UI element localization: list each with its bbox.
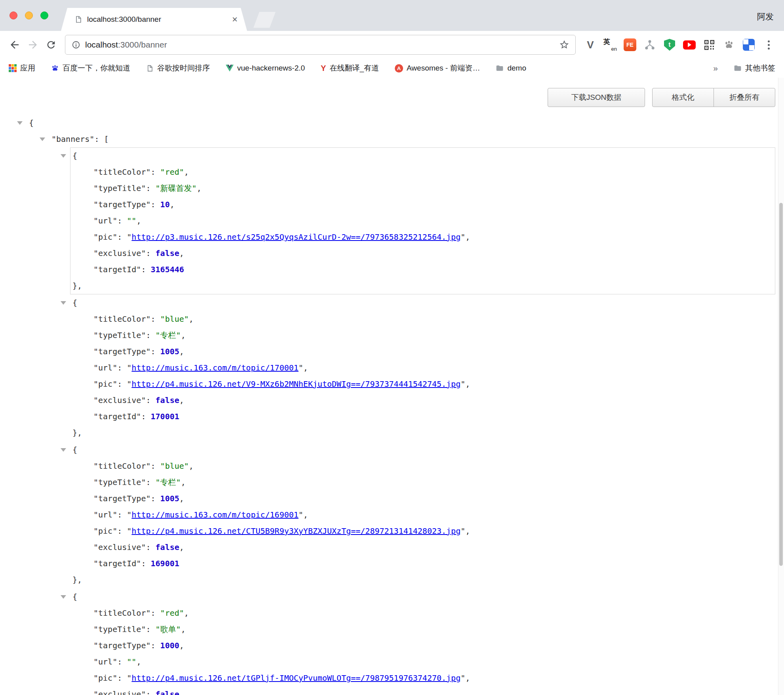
json-punctuation: ,: [170, 200, 175, 209]
json-line: "pic": "http://p3.music.126.net/s25q2x5Q…: [70, 229, 775, 245]
qrcode-icon: [704, 40, 715, 50]
browser-menu-button[interactable]: [759, 36, 778, 54]
json-link[interactable]: http://p4.music.126.net/tGPljf-IMOCyPvum…: [131, 673, 461, 683]
collapse-triangle-icon[interactable]: [61, 448, 66, 452]
json-punctuation: ,: [136, 657, 141, 666]
json-line: "url": "",: [70, 213, 775, 229]
bookmark-item-google-sort[interactable]: 谷歌按时间排序: [146, 63, 210, 73]
collapse-triangle-icon[interactable]: [40, 137, 45, 141]
json-line: "exclusive": false,: [70, 245, 775, 262]
browser-tab[interactable]: localhost:3000/banner ×: [61, 8, 247, 31]
json-line: "typeTitle": "专栏",: [70, 474, 775, 491]
json-tree: {"banners": [{"titleColor": "red","typeT…: [0, 115, 784, 695]
minimize-window-button[interactable]: [25, 11, 33, 19]
back-button[interactable]: [6, 36, 24, 54]
collapse-triangle-icon[interactable]: [61, 154, 66, 158]
translate-icon: 英 en: [603, 38, 617, 52]
json-object-block: {"titleColor": "blue","typeTitle": "专栏",…: [70, 441, 775, 588]
extension-paw[interactable]: [719, 36, 739, 54]
json-link[interactable]: http://p4.music.126.net/CTU5B9R9y3XyYBZX…: [131, 526, 461, 536]
bookmark-item-apps[interactable]: 应用: [9, 63, 35, 73]
json-punctuation: ,: [181, 330, 186, 340]
json-punctuation: :: [117, 526, 127, 536]
bookmark-star-icon[interactable]: [559, 40, 569, 50]
extension-proxy[interactable]: [739, 36, 759, 54]
json-punctuation: :: [117, 673, 127, 683]
collapse-triangle-icon[interactable]: [17, 121, 23, 125]
bookmark-item-vue-hackernews[interactable]: vue-hackernews-2.0: [226, 64, 305, 73]
close-window-button[interactable]: [10, 11, 17, 19]
forward-button[interactable]: [24, 36, 42, 54]
folder-icon: [734, 64, 742, 72]
json-punctuation: ,: [465, 673, 470, 683]
json-key: "exclusive": [93, 542, 146, 552]
json-number-value: 1005: [160, 494, 179, 503]
json-punctuation: :: [117, 232, 127, 242]
bookmark-label: 谷歌按时间排序: [157, 63, 210, 73]
json-key: "pic": [93, 526, 117, 536]
json-link[interactable]: http://p3.music.126.net/s25q2x5QyqsAzilC…: [131, 232, 461, 242]
json-key: "typeTitle": [93, 183, 146, 193]
json-punctuation: :: [151, 608, 160, 618]
bookmark-item-demo[interactable]: demo: [496, 64, 526, 73]
profile-name[interactable]: 阿发: [757, 11, 774, 22]
baidu-paw-icon: [51, 64, 59, 72]
json-number-value: 1005: [160, 347, 179, 356]
extension-qrcode[interactable]: [699, 36, 719, 54]
json-punctuation: ": [461, 526, 465, 536]
extension-vimium[interactable]: V: [580, 36, 600, 54]
url-text[interactable]: localhost:3000/banner: [85, 40, 555, 50]
json-punctuation: ": [127, 379, 131, 389]
url-host: localhost: [85, 40, 118, 49]
json-line: "targetType": 1000,: [70, 638, 775, 654]
format-button-group: 格式化 折叠所有: [652, 88, 775, 107]
json-punctuation: ,: [181, 624, 186, 634]
json-string-value: "": [127, 216, 136, 225]
json-line: "targetId": 169001: [70, 556, 775, 572]
collapse-triangle-icon[interactable]: [61, 301, 66, 305]
json-punctuation: :: [146, 395, 155, 405]
scrollbar-track[interactable]: [778, 78, 784, 695]
window-controls: [10, 11, 48, 19]
json-punctuation: ,: [179, 641, 184, 650]
json-line: "targetType": 1005,: [70, 344, 775, 360]
other-bookmarks[interactable]: 其他书签: [734, 63, 775, 73]
json-punctuation: ,: [179, 542, 184, 552]
json-line: "typeTitle": "新碟首发",: [70, 180, 775, 197]
json-link[interactable]: http://music.163.com/m/topic/169001: [131, 510, 298, 519]
scrollbar-thumb[interactable]: [779, 203, 783, 566]
reload-button[interactable]: [42, 36, 60, 54]
json-punctuation: ,: [184, 167, 189, 177]
vue-icon: [226, 65, 234, 72]
extension-youtube[interactable]: [679, 36, 699, 54]
format-button[interactable]: 格式化: [652, 88, 714, 107]
json-line: "url": "http://music.163.com/m/topic/169…: [70, 507, 775, 523]
extension-org[interactable]: [640, 36, 660, 54]
collapse-triangle-icon[interactable]: [61, 595, 66, 599]
download-json-button[interactable]: 下载JSON数据: [548, 88, 645, 107]
extension-trafficlight[interactable]: t: [660, 36, 679, 54]
json-link[interactable]: http://p4.music.126.net/V9-MXz6b2MNhEKju…: [131, 379, 461, 389]
json-string-value: "专栏": [156, 477, 181, 487]
json-punctuation: :: [141, 559, 150, 568]
extension-fehelper[interactable]: FE: [620, 36, 640, 54]
tab-close-icon[interactable]: ×: [232, 15, 238, 24]
json-number-value: 170001: [151, 412, 179, 421]
bookmark-item-baidu[interactable]: 百度一下，你就知道: [51, 63, 130, 73]
new-tab-button[interactable]: [253, 12, 276, 28]
youdao-icon: Y: [321, 64, 326, 73]
json-link[interactable]: http://music.163.com/m/topic/170001: [131, 363, 298, 372]
json-key: "targetId": [93, 559, 141, 568]
json-punctuation: ,: [465, 526, 470, 536]
collapse-all-button[interactable]: 折叠所有: [714, 88, 775, 107]
bookmark-item-awesomes[interactable]: A Awesomes - 前端资…: [395, 63, 480, 73]
json-line: "pic": "http://p4.music.126.net/tGPljf-I…: [70, 670, 775, 686]
address-bar[interactable]: localhost:3000/banner: [65, 35, 576, 55]
bookmarks-overflow-chevron[interactable]: »: [713, 63, 718, 73]
extension-translate[interactable]: 英 en: [600, 36, 620, 54]
bookmark-item-youdao[interactable]: Y 在线翻译_有道: [321, 63, 379, 73]
zoom-window-button[interactable]: [40, 11, 48, 19]
json-punctuation: },: [72, 575, 82, 584]
json-punctuation: :: [146, 624, 155, 634]
json-punctuation: ,: [189, 314, 194, 324]
